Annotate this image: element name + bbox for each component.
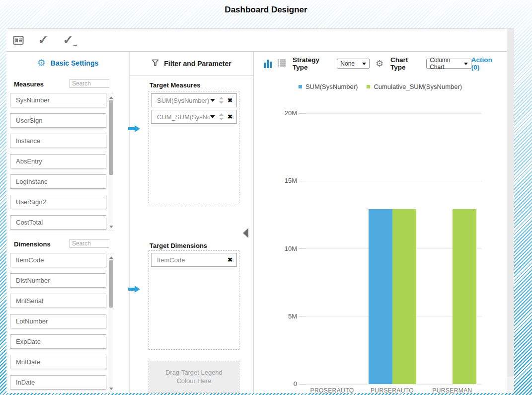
gridline: [302, 113, 482, 114]
scroll-down-icon[interactable]: [108, 224, 114, 230]
list-item-mnfserial[interactable]: MnfSerial: [10, 294, 106, 308]
bar-sum-purserauto[interactable]: [369, 209, 392, 384]
move-vertical-icon[interactable]: [219, 97, 224, 104]
x-tick-label: PURSERMAN: [420, 387, 485, 394]
collapse-left-icon[interactable]: [243, 228, 248, 238]
y-tick-label: 20M: [271, 109, 297, 117]
basic-settings-label: Basic Settings: [51, 59, 98, 67]
dimensions-list-scrollbar[interactable]: [108, 253, 114, 393]
filter-parameter-panel: Filter and Parameter Target Measures SUM…: [129, 52, 253, 393]
target-measure-label: SUM(SysNumber): [157, 97, 210, 104]
list-item-sysnumber[interactable]: SysNumber: [10, 93, 106, 107]
chart-type-select[interactable]: Column Chart: [426, 59, 471, 69]
legend-label: SUM(SysNumber): [305, 83, 358, 90]
remove-icon[interactable]: ✖: [228, 97, 232, 104]
check-icon[interactable]: ✓: [36, 33, 50, 47]
chevron-down-icon: [464, 63, 468, 65]
axis-tick: [299, 316, 306, 316]
target-dimensions-label: Target Dimensions: [150, 242, 207, 249]
scroll-down-icon[interactable]: [108, 386, 114, 392]
gear-icon[interactable]: ⚙: [376, 59, 383, 68]
target-dimensions-dropzone[interactable]: ItemCode✖: [149, 250, 239, 350]
window-scrollbar[interactable]: [507, 29, 514, 393]
list-item-distnumber[interactable]: DistNumber: [10, 273, 106, 288]
remove-icon[interactable]: ✖: [228, 256, 232, 263]
list-item-lotnumber[interactable]: LotNumber: [10, 314, 106, 328]
measures-list-scrollbar[interactable]: [108, 93, 114, 231]
chart-legend: SUM(SysNumber)Cumulative_SUM(SysNumber): [254, 83, 507, 90]
axis-tick: [299, 384, 306, 385]
dimensions-label: Dimensions: [14, 240, 51, 248]
y-tick-label: 15M: [271, 177, 297, 184]
check-arrow-icon[interactable]: ✓ →: [61, 33, 75, 47]
strategy-type-select[interactable]: None: [337, 59, 370, 69]
target-dimension-item[interactable]: ItemCode✖: [151, 253, 237, 267]
list-item-expdate[interactable]: ExpDate: [10, 334, 106, 349]
list-icon[interactable]: [278, 59, 286, 69]
designer-window: ✓ ✓ → ⚙ Basic Settings Measures SysNumbe…: [6, 28, 514, 393]
basic-settings-header: ⚙ Basic Settings: [6, 58, 129, 68]
strategy-type-value: None: [340, 60, 355, 67]
chart-controls: Strategy Type None ⚙ Chart Type Column C…: [254, 58, 507, 70]
list-item-loginstanc[interactable]: LogInstanc: [10, 174, 106, 189]
target-measures-dropzone[interactable]: SUM(SysNumber)✖CUM_SUM(SysNu...✖: [149, 91, 239, 203]
legend-colour-dropzone[interactable]: Drag Target Legend Colour Here: [149, 361, 239, 393]
dimensions-list: ItemCodeDistNumberMnfSerialLotNumberExpD…: [10, 253, 114, 393]
arrow-right-icon[interactable]: [128, 125, 141, 135]
list-item-usersign[interactable]: UserSign: [10, 113, 106, 128]
scrollbar-thumb[interactable]: [109, 260, 113, 308]
chevron-down-icon[interactable]: [210, 99, 215, 102]
chart-plot: 05M10M15M20MPROSERAUTOPURSERAUTOPURSERMA…: [302, 113, 482, 384]
axis-tick: [299, 248, 306, 249]
list-item-mnfdate[interactable]: MnfDate: [10, 355, 106, 369]
move-vertical-icon[interactable]: [219, 113, 224, 120]
remove-icon[interactable]: ✖: [228, 113, 232, 120]
y-tick-label: 0: [271, 380, 297, 388]
list-item-itemcode[interactable]: ItemCode: [10, 253, 106, 267]
chart-type-label: Chart Type: [390, 56, 422, 71]
chevron-down-icon[interactable]: [210, 115, 215, 118]
target-measure-label: CUM_SUM(SysNu...: [157, 113, 210, 121]
legend-swatch: [299, 85, 302, 88]
legend-entry: Cumulative_SUM(SysNumber): [367, 83, 462, 90]
filter-parameter-label: Filter and Parameter: [164, 60, 231, 68]
toolbar: ✓ ✓ →: [6, 29, 507, 52]
gear-icon: ⚙: [37, 58, 46, 68]
list-item-absentry[interactable]: AbsEntry: [10, 154, 106, 168]
axis-tick: [299, 113, 306, 114]
list-item-indate[interactable]: InDate: [10, 375, 106, 390]
form-icon[interactable]: [11, 33, 25, 47]
x-tick-label: PROSERAUTO: [300, 387, 365, 394]
legend-swatch: [367, 85, 370, 88]
dimensions-search-input[interactable]: [70, 239, 109, 248]
list-item-costtotal[interactable]: CostTotal: [10, 215, 106, 230]
legend-label: Cumulative_SUM(SysNumber): [374, 83, 462, 90]
axis-tick: [299, 181, 306, 181]
chart-panel: Strategy Type None ⚙ Chart Type Column C…: [253, 52, 507, 393]
bar-cumulative-purserauto[interactable]: [392, 209, 416, 384]
list-item-instance[interactable]: Instance: [10, 134, 106, 148]
basic-settings-panel: ⚙ Basic Settings Measures SysNumberUserS…: [6, 52, 129, 393]
scroll-up-icon[interactable]: [108, 94, 114, 100]
action-link[interactable]: Action (0): [471, 56, 500, 71]
y-tick-label: 5M: [271, 313, 297, 320]
y-tick-label: 10M: [271, 245, 297, 252]
legend-entry: SUM(SysNumber): [299, 83, 358, 90]
measures-label: Measures: [14, 80, 44, 88]
target-measure-item[interactable]: SUM(SysNumber)✖: [151, 93, 237, 107]
target-measures-label: Target Measures: [150, 81, 200, 89]
dashboard-designer-page: Dashboard Designer ✓ ✓ →: [0, 0, 532, 395]
funnel-icon: [152, 59, 159, 68]
column-chart-icon[interactable]: [264, 60, 272, 68]
measures-list: SysNumberUserSignInstanceAbsEntryLogInst…: [10, 93, 114, 231]
strategy-type-label: Strategy Type: [293, 56, 333, 71]
list-item-usersign2[interactable]: UserSign2: [10, 195, 106, 209]
page-title: Dashboard Designer: [0, 5, 532, 15]
target-measure-item[interactable]: CUM_SUM(SysNu...✖: [151, 110, 237, 124]
bar-cumulative-purserman[interactable]: [453, 209, 476, 384]
scroll-up-icon[interactable]: [108, 254, 114, 260]
arrow-right-icon[interactable]: [128, 285, 141, 295]
chevron-down-icon: [362, 63, 366, 65]
measures-search-input[interactable]: [70, 79, 109, 88]
scrollbar-thumb[interactable]: [109, 100, 113, 175]
